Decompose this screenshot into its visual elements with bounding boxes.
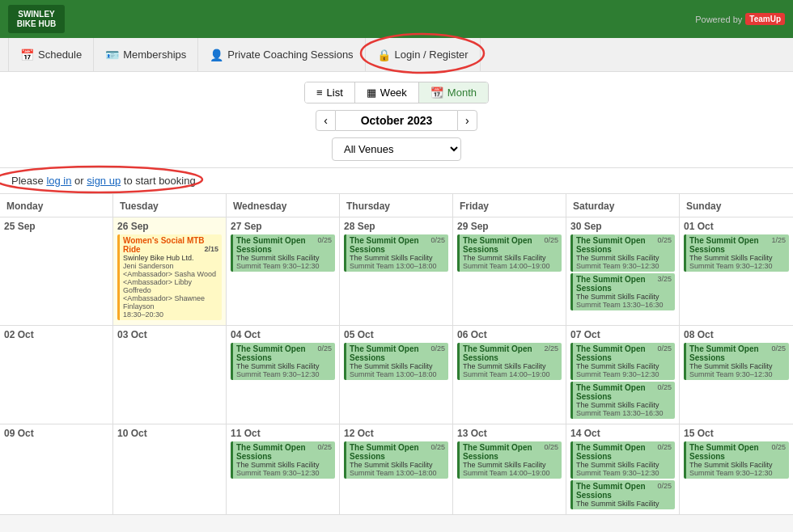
event-time: Summit Team 9:30–12:30 <box>689 262 786 270</box>
schedule-icon: 📅 <box>20 49 34 61</box>
cell-08-oct: 08 Oct The Summit Open Sessions0/25 The … <box>680 326 793 424</box>
event-title: The Summit Open Sessions <box>463 236 544 254</box>
prev-month-button[interactable]: ‹ <box>316 110 336 131</box>
signup-link[interactable]: sign up <box>87 175 121 187</box>
event-capacity: 1/25 <box>771 236 786 254</box>
nav-memberships[interactable]: 🪪 Memberships <box>94 38 198 71</box>
event-location: The Summit Skills Facility <box>236 362 332 370</box>
logo-text: SWINLEY BIKE HUB <box>8 10 65 29</box>
day-number: 25 Sep <box>4 221 108 232</box>
event-title: The Summit Open Sessions <box>236 344 317 362</box>
header-wednesday: Wednesday <box>227 194 340 217</box>
event-summit-06[interactable]: The Summit Open Sessions2/25 The Summit … <box>457 343 562 380</box>
day-number: 13 Oct <box>457 428 562 439</box>
event-summit-08[interactable]: The Summit Open Sessions0/25 The Summit … <box>684 343 789 380</box>
calendar-controls: ≡ List ▦ Week 📆 Month ‹ October 2023 › A… <box>0 72 793 168</box>
event-time: Summit Team 9:30–12:30 <box>236 370 332 378</box>
event-summit-14a[interactable]: The Summit Open Sessions0/25 The Summit … <box>570 441 675 479</box>
day-number: 08 Oct <box>684 329 789 340</box>
event-time: Summit Team 14:00–19:00 <box>463 469 558 477</box>
event-summit-11[interactable]: The Summit Open Sessions0/25 The Summit … <box>231 441 335 479</box>
cell-11-oct: 11 Oct The Summit Open Sessions0/25 The … <box>227 424 340 514</box>
day-number: 12 Oct <box>344 428 448 439</box>
event-summit-07a[interactable]: The Summit Open Sessions0/25 The Summit … <box>570 343 675 380</box>
event-title: The Summit Open Sessions <box>236 443 317 461</box>
event-time: 18:30–20:30 <box>123 310 218 319</box>
login-prompt-text: Please log in or sign up to start bookin… <box>11 175 198 187</box>
event-summit-13[interactable]: The Summit Open Sessions0/25 The Summit … <box>457 441 562 479</box>
event-summit-12[interactable]: The Summit Open Sessions0/25 The Summit … <box>344 441 448 479</box>
next-month-button[interactable]: › <box>457 110 477 131</box>
day-number: 03 Oct <box>117 329 222 340</box>
powered-by: Powered by TeamUp <box>695 13 785 25</box>
event-location: The Summit Skills Facility <box>576 254 672 262</box>
event-capacity: 0/25 <box>657 383 672 401</box>
day-number: 04 Oct <box>231 329 335 340</box>
event-capacity: 0/25 <box>771 344 786 362</box>
event-summit-01[interactable]: The Summit Open Sessions1/25 The Summit … <box>684 234 789 272</box>
event-summit-27[interactable]: The Summit Open Sessions0/25 The Summit … <box>231 234 335 272</box>
nav-login-register[interactable]: 🔒 Login / Register <box>366 38 481 71</box>
event-time: Summit Team 13:00–18:00 <box>350 370 445 378</box>
day-number: 11 Oct <box>231 428 335 439</box>
logo-box: SWINLEY BIKE HUB <box>8 5 65 33</box>
event-capacity: 0/25 <box>657 443 672 461</box>
event-title: The Summit Open Sessions <box>350 344 430 362</box>
calendar-row-1: 25 Sep 26 Sep Women's Social MTB Ride2/1… <box>0 217 793 326</box>
event-title: The Summit Open Sessions <box>350 443 430 461</box>
calendar-header: Monday Tuesday Wednesday Thursday Friday… <box>0 194 793 217</box>
event-time: Summit Team 13:00–18:00 <box>350 469 445 477</box>
cell-12-oct: 12 Oct The Summit Open Sessions0/25 The … <box>340 424 453 514</box>
header-sunday: Sunday <box>680 194 793 217</box>
event-summit-15[interactable]: The Summit Open Sessions0/25 The Summit … <box>684 441 789 479</box>
day-number: 28 Sep <box>344 221 448 232</box>
event-title: The Summit Open Sessions <box>576 482 657 500</box>
event-capacity: 0/25 <box>544 443 558 461</box>
day-number: 07 Oct <box>570 329 675 340</box>
event-womens-mtb[interactable]: Women's Social MTB Ride2/15 Swinley Bike… <box>117 234 222 320</box>
event-summit-30a[interactable]: The Summit Open Sessions0/25 The Summit … <box>570 234 675 272</box>
venue-select[interactable]: All Venues <box>332 137 461 161</box>
event-location: The Summit Skills Facility <box>350 461 445 469</box>
event-summit-29[interactable]: The Summit Open Sessions0/25 The Summit … <box>457 234 562 272</box>
event-summit-04[interactable]: The Summit Open Sessions0/25 The Summit … <box>231 343 335 380</box>
nav-schedule[interactable]: 📅 Schedule <box>8 38 94 71</box>
cell-28-sep: 28 Sep The Summit Open Sessions0/25 The … <box>340 217 453 325</box>
cell-30-sep: 30 Sep The Summit Open Sessions0/25 The … <box>566 217 680 325</box>
day-number: 09 Oct <box>4 428 108 439</box>
event-location: The Summit Skills Facility <box>463 254 558 262</box>
event-capacity: 2/25 <box>544 344 558 362</box>
tab-month[interactable]: 📆 Month <box>419 82 488 103</box>
tab-list[interactable]: ≡ List <box>305 82 355 103</box>
event-summit-07b[interactable]: The Summit Open Sessions0/25 The Summit … <box>570 382 675 419</box>
day-number: 05 Oct <box>344 329 448 340</box>
coaching-icon: 👤 <box>210 49 223 61</box>
event-summit-14b[interactable]: The Summit Open Sessions0/25 The Summit … <box>570 480 675 509</box>
cell-06-oct: 06 Oct The Summit Open Sessions2/25 The … <box>453 326 566 424</box>
event-title: The Summit Open Sessions <box>236 236 317 254</box>
event-title: The Summit Open Sessions <box>576 275 657 293</box>
event-time: Summit Team 14:00–19:00 <box>463 370 558 378</box>
event-location: The Summit Skills Facility <box>576 362 672 370</box>
day-number: 15 Oct <box>684 428 789 439</box>
cell-09-oct: 09 Oct <box>0 424 113 514</box>
event-summit-28[interactable]: The Summit Open Sessions0/25 The Summit … <box>344 234 448 272</box>
day-number: 14 Oct <box>570 428 675 439</box>
event-time: Summit Team 14:00–19:00 <box>463 262 558 270</box>
event-time: Summit Team 9:30–12:30 <box>576 370 672 378</box>
event-capacity: 0/25 <box>317 236 332 254</box>
login-link[interactable]: log in <box>46 175 71 187</box>
event-capacity: 3/25 <box>657 275 672 293</box>
cell-14-oct: 14 Oct The Summit Open Sessions0/25 The … <box>566 424 680 514</box>
tab-week[interactable]: ▦ Week <box>355 82 419 103</box>
nav-private-coaching[interactable]: 👤 Private Coaching Sessions <box>198 38 365 71</box>
event-capacity: 0/25 <box>430 236 445 254</box>
event-time: Summit Team 9:30–12:30 <box>689 370 786 378</box>
cell-25-sep: 25 Sep <box>0 217 113 325</box>
event-summit-30b[interactable]: The Summit Open Sessions3/25 The Summit … <box>570 273 675 310</box>
event-location: The Summit Skills Facility <box>236 461 332 469</box>
header-friday: Friday <box>453 194 566 217</box>
event-summit-05[interactable]: The Summit Open Sessions0/25 The Summit … <box>344 343 448 380</box>
header-thursday: Thursday <box>340 194 453 217</box>
cell-29-sep: 29 Sep The Summit Open Sessions0/25 The … <box>453 217 566 325</box>
